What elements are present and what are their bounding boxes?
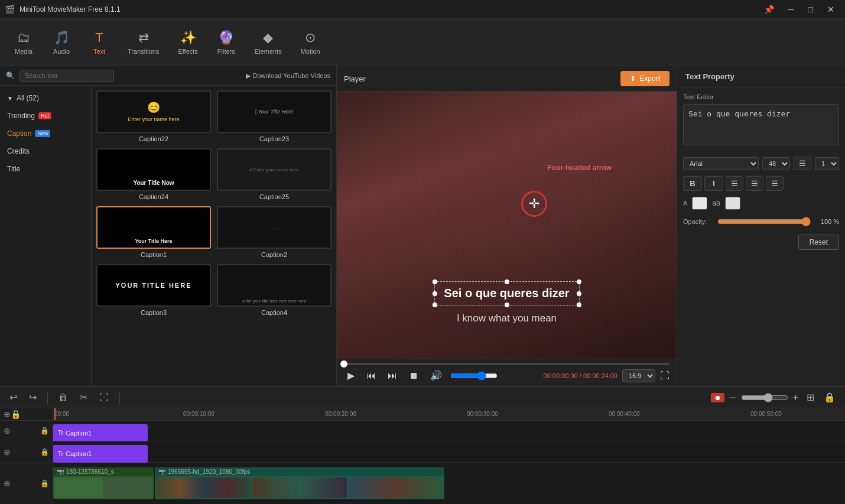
toolbar-item-transitions[interactable]: ⇄Transitions bbox=[118, 27, 168, 58]
titlebar-controls[interactable]: 📌 ─ □ ✕ bbox=[758, 2, 840, 17]
caption-item-4[interactable]: enter your title here here here here Cap… bbox=[217, 264, 332, 316]
undo-button[interactable]: ↩ bbox=[6, 391, 21, 404]
collapse-arrow-icon: ▼ bbox=[7, 95, 13, 102]
align-left-button[interactable]: ☰ bbox=[726, 176, 743, 191]
lock-all-button[interactable]: 🔒 bbox=[820, 391, 839, 404]
list-style-button[interactable]: ☰ bbox=[794, 157, 811, 170]
fullscreen-button[interactable]: ⛶ bbox=[660, 370, 670, 381]
move-cursor-icon: ✛ bbox=[529, 196, 540, 212]
toolbar-item-filters[interactable]: 🔮Filters bbox=[207, 27, 245, 58]
sidebar-all-header[interactable]: ▼ All (52) bbox=[0, 89, 91, 107]
play-button[interactable]: ▶ bbox=[344, 369, 358, 382]
cut-button[interactable]: ✂ bbox=[76, 391, 91, 404]
opacity-slider[interactable] bbox=[717, 217, 811, 226]
close-button[interactable]: ✕ bbox=[821, 2, 840, 17]
progress-bar[interactable] bbox=[344, 363, 670, 365]
caption-item-3[interactable]: YOUR TITLE HERE Caption3 bbox=[96, 264, 211, 316]
sidebar-item-caption[interactable]: Caption New bbox=[0, 125, 91, 142]
controls-row: ▶ ⏮ ⏭ ⏹ 🔊 00:00:00:00 / 00:00:24:00 16:9… bbox=[344, 369, 670, 382]
italic-button[interactable]: I bbox=[704, 176, 723, 191]
app-icon: 🎬 bbox=[5, 5, 15, 14]
text-color-swatch[interactable] bbox=[692, 197, 707, 210]
caption-item-24[interactable]: Your Title Now Caption24 bbox=[96, 148, 211, 200]
caption-item-22[interactable]: 😊 Enter your name here Caption22 bbox=[96, 90, 211, 142]
text-icon: T bbox=[95, 30, 103, 45]
redo-button[interactable]: ↪ bbox=[25, 391, 40, 404]
caption1-top-clip[interactable]: Tr Caption1 bbox=[53, 424, 148, 442]
maximize-button[interactable]: □ bbox=[802, 2, 819, 17]
reset-button[interactable]: Reset bbox=[798, 235, 839, 250]
bold-button[interactable]: B bbox=[683, 176, 702, 191]
volume-slider[interactable] bbox=[450, 371, 498, 381]
caption-thumb-23: | Your Title Here bbox=[217, 90, 332, 133]
text-editor-section: Text Editor Sei o que queres dizer bbox=[677, 87, 845, 153]
lock-track-button-3[interactable]: 🔒 bbox=[40, 479, 49, 487]
caption-item-25[interactable]: # Enter your name here Caption25 bbox=[217, 148, 332, 200]
effects-icon: ✨ bbox=[180, 30, 196, 45]
export-button[interactable]: ⬆ Export bbox=[620, 71, 670, 86]
download-youtube-button[interactable]: ▶ Download YouTube Videos bbox=[246, 72, 331, 80]
zoom-slider[interactable] bbox=[741, 393, 788, 402]
toolbar-item-effects[interactable]: ✨Effects bbox=[168, 27, 207, 58]
title-bar: 🎬 MiniTool MovieMaker Free 8.1.1 📌 ─ □ ✕ bbox=[0, 0, 845, 19]
align-right-button[interactable]: ☰ bbox=[766, 176, 784, 191]
aspect-ratio-select[interactable]: 16:9 4:3 1:1 9:16 bbox=[622, 369, 655, 382]
add-track-button[interactable]: ⊞ bbox=[803, 391, 818, 404]
caption-thumb-24: Your Title Now bbox=[96, 148, 211, 191]
prev-frame-button[interactable]: ⏮ bbox=[363, 369, 379, 382]
stop-button[interactable]: ⏹ bbox=[405, 369, 422, 382]
media-icon: 🗂 bbox=[17, 30, 30, 45]
minimize-button[interactable]: ─ bbox=[782, 2, 800, 17]
main-toolbar: 🗂Media🎵AudioTText⇄Transitions✨Effects🔮Fi… bbox=[0, 19, 845, 66]
caption-item-2[interactable]: ............... Caption2 bbox=[217, 206, 332, 258]
sidebar-item-credits[interactable]: Credits bbox=[0, 142, 91, 160]
align-center-button[interactable]: ☰ bbox=[746, 176, 763, 191]
sidebar-item-trending[interactable]: Trending Hot bbox=[0, 107, 91, 125]
caption1-bot-clip[interactable]: Tr Caption1 bbox=[53, 445, 148, 463]
playhead[interactable] bbox=[54, 408, 56, 420]
toolbar-item-media[interactable]: 🗂Media bbox=[5, 27, 43, 58]
caption-label-1: Caption1 bbox=[96, 251, 211, 258]
clip-icon-2: Tr bbox=[58, 451, 63, 457]
bg-color-swatch[interactable] bbox=[725, 197, 740, 210]
next-frame-button[interactable]: ⏭ bbox=[384, 369, 401, 382]
track-content-video: 📷 180-135788610_s 📷 1966695-hd_1920_1080 bbox=[53, 463, 845, 504]
selected-text-wrapper[interactable]: Sei o que queres dizer bbox=[434, 281, 579, 305]
font-select[interactable]: Arial Times New Roman Helvetica bbox=[683, 157, 759, 170]
sidebar-item-title[interactable]: Title bbox=[0, 160, 91, 178]
search-icon: 🔍 bbox=[6, 71, 15, 80]
lock-clip-button[interactable]: 🔒 bbox=[11, 409, 21, 419]
progress-thumb[interactable] bbox=[340, 360, 347, 368]
video-clip-1[interactable]: 📷 180-135788610_s bbox=[53, 467, 154, 499]
toolbar-item-audio[interactable]: 🎵Audio bbox=[43, 27, 80, 58]
crop-button[interactable]: ⛶ bbox=[96, 391, 112, 404]
toolbar-item-elements[interactable]: ◆Elements bbox=[245, 27, 291, 58]
caption-label-2: Caption2 bbox=[217, 251, 332, 258]
text-editor-input[interactable]: Sei o que queres dizer bbox=[683, 104, 839, 145]
video-clip-2[interactable]: 📷 1966695-hd_1920_1080_30fps bbox=[155, 467, 444, 499]
toolbar-separator-2 bbox=[119, 392, 120, 404]
lock-track-button-2[interactable]: 🔒 bbox=[40, 448, 49, 456]
font-size-select[interactable]: 48 36 24 72 bbox=[762, 157, 790, 170]
reset-row: Reset bbox=[677, 230, 845, 255]
add-track-clip-button-2[interactable]: ⊕ bbox=[4, 447, 11, 457]
add-clip-button[interactable]: ⊕ bbox=[4, 409, 11, 419]
delete-button[interactable]: 🗑 bbox=[55, 391, 72, 404]
search-input[interactable] bbox=[20, 70, 114, 82]
record-button[interactable]: ⏺ bbox=[711, 393, 724, 402]
caption-item-1[interactable]: Your Title Here Caption1 bbox=[96, 206, 211, 258]
format-row: B I ☰ ☰ ☰ bbox=[677, 174, 845, 193]
toolbar-item-text[interactable]: TText bbox=[80, 27, 118, 58]
caption-label-3: Caption3 bbox=[96, 309, 211, 316]
zoom-in-button[interactable]: + bbox=[791, 391, 801, 404]
add-track-clip-button-3[interactable]: ⊕ bbox=[4, 479, 11, 488]
export-icon: ⬆ bbox=[630, 74, 636, 83]
add-track-clip-button-1[interactable]: ⊕ bbox=[4, 426, 11, 435]
toolbar-item-motion[interactable]: ⊙Motion bbox=[291, 27, 330, 58]
list-number-select[interactable]: 1 2 3 bbox=[815, 157, 839, 170]
pin-icon[interactable]: 📌 bbox=[758, 2, 780, 17]
caption-item-23[interactable]: | Your Title Here Caption23 bbox=[217, 90, 332, 142]
lock-track-button-1[interactable]: 🔒 bbox=[40, 427, 49, 435]
volume-button[interactable]: 🔊 bbox=[427, 369, 446, 382]
zoom-out-button[interactable]: ─ bbox=[727, 391, 738, 404]
